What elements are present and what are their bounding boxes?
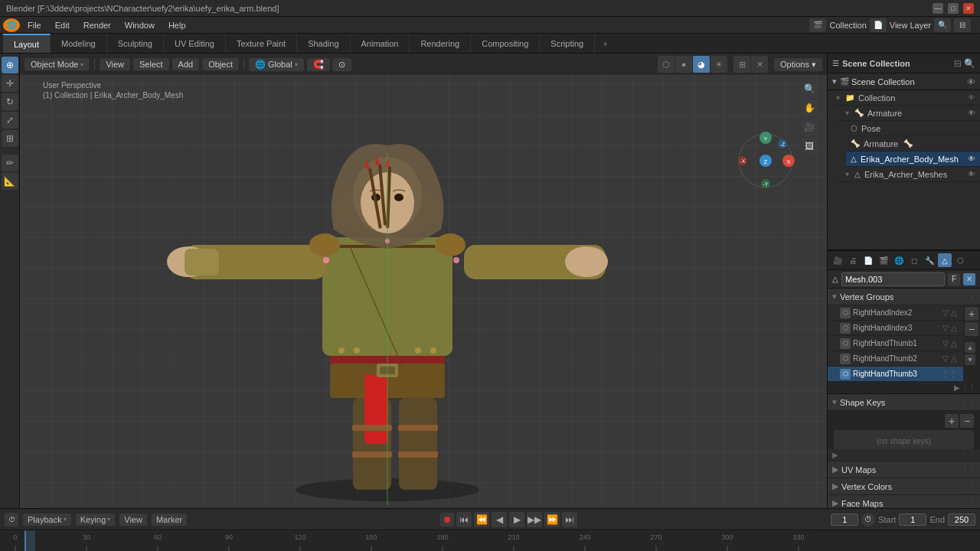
select-menu-btn[interactable]: Select [133, 58, 169, 70]
move-tool[interactable]: ✛ [2, 75, 18, 92]
object-menu-btn[interactable]: Object [202, 58, 239, 70]
options-btn[interactable]: Options ▾ [774, 58, 822, 71]
tab-scripting[interactable]: Scripting [540, 34, 595, 53]
vg-item-0[interactable]: ⬡ RightHandIndex2 ▽ △ [828, 305, 963, 321]
view-layer-props-icon[interactable]: 📄 [861, 253, 875, 267]
tab-sculpting[interactable]: Sculpting [107, 34, 164, 53]
outliner-item-armature2[interactable]: 🦴 Armature 🦴 [846, 136, 980, 152]
menu-render[interactable]: Render [77, 19, 117, 31]
scene-props-icon[interactable]: 🎬 [877, 253, 890, 267]
snap-button[interactable]: 🧲 [307, 58, 330, 71]
vg-item-2[interactable]: ⬡ RightHandThumb1 ▽ △ [828, 336, 963, 351]
vertex-colors-header[interactable]: ▶ Vertex Colors ⋮⋮ [828, 478, 980, 495]
menu-window[interactable]: Window [119, 19, 161, 31]
mesh-name-input[interactable] [841, 272, 945, 286]
next-keyframe-btn[interactable]: ⏩ [544, 512, 560, 527]
scene-collection-eye[interactable]: 👁 [967, 77, 975, 86]
play-btn[interactable]: ▶ [509, 512, 524, 527]
vg-move-up-btn[interactable]: ▲ [965, 342, 975, 353]
vg-item-4[interactable]: ⬡ RightHandThumb3 ⋮⋮ [828, 367, 963, 382]
rotate-tool[interactable]: ↻ [2, 93, 18, 110]
prev-frame-btn[interactable]: ◀ [492, 512, 507, 527]
image-icon[interactable]: 🖼 [801, 138, 818, 155]
eye-icon[interactable]: 👁 [968, 170, 975, 178]
eye-icon[interactable]: 👁 [968, 109, 975, 117]
scale-tool[interactable]: ⤢ [2, 112, 18, 129]
menu-edit[interactable]: Edit [49, 19, 76, 31]
navigation-gizmo[interactable]: Y X Z -Y -X -Z [735, 130, 796, 191]
frame-icon[interactable]: ⏱ [861, 513, 875, 527]
minimize-button[interactable]: — [933, 3, 943, 14]
annotate-tool[interactable]: ✏ [2, 155, 18, 171]
outliner-item-armature[interactable]: ▾ 🦴 Armature 👁 [837, 106, 980, 121]
face-maps-header[interactable]: ▶ Face Maps ⋮⋮ [828, 495, 980, 508]
vg-expand-left[interactable]: ▶ [954, 383, 960, 392]
search-icon[interactable]: 🔍 [934, 18, 951, 32]
cursor-tool[interactable]: ⊕ [2, 57, 18, 73]
blender-logo[interactable]: 🌐 [3, 18, 20, 32]
zoom-icon[interactable]: 🔍 [801, 80, 818, 97]
pan-icon[interactable]: ✋ [801, 99, 818, 116]
vertex-groups-header[interactable]: ▾ Vertex Groups ⋮⋮ [828, 289, 980, 305]
next-frame-btn[interactable]: ▶▶ [527, 512, 542, 527]
transform-orientation[interactable]: 🌐 Global ▾ [249, 58, 304, 71]
menu-file[interactable]: File [21, 19, 47, 31]
current-frame-input[interactable] [831, 514, 858, 526]
vg-remove-btn[interactable]: − [965, 322, 978, 336]
playback-menu[interactable]: Playback ▾ [23, 514, 71, 526]
outliner-item-body-mesh[interactable]: △ Erika_Archer_Body_Mesh 👁 [846, 152, 980, 167]
measure-tool[interactable]: 📐 [2, 173, 18, 190]
solid-btn[interactable]: ● [675, 56, 692, 73]
add-menu-btn[interactable]: Add [172, 58, 200, 70]
prev-keyframe-btn[interactable]: ⏪ [474, 512, 489, 527]
end-frame-input[interactable] [948, 514, 975, 526]
tab-layout[interactable]: Layout [3, 34, 51, 53]
xray-btn[interactable]: ✕ [751, 56, 768, 73]
transform-tool[interactable]: ⊞ [2, 130, 18, 147]
sk-expand-icon[interactable]: ▶ [832, 451, 838, 459]
tab-animation[interactable]: Animation [351, 34, 410, 53]
tab-texture-paint[interactable]: Texture Paint [226, 34, 297, 53]
outliner-item-pose[interactable]: ⬡ Pose [846, 121, 980, 136]
tab-uv-editing[interactable]: UV Editing [164, 34, 226, 53]
view-menu-btn[interactable]: View [100, 58, 130, 70]
world-props-icon[interactable]: 🌐 [892, 253, 906, 267]
menu-help[interactable]: Help [162, 19, 192, 31]
scene-icon[interactable]: 🎬 [809, 18, 826, 32]
uv-maps-header[interactable]: ▶ UV Maps ⋮⋮ [828, 461, 980, 478]
unlink-btn[interactable]: ✕ [963, 273, 975, 285]
camera-view-icon[interactable]: 🎥 [801, 119, 818, 135]
jump-end-btn[interactable]: ⏭ [562, 512, 577, 527]
fake-user-btn[interactable]: F [948, 273, 960, 285]
view-menu[interactable]: View [119, 514, 147, 526]
vg-move-down-btn[interactable]: ▼ [965, 354, 975, 365]
modifier-props-icon[interactable]: 🔧 [923, 253, 936, 267]
wireframe-btn[interactable]: ⬡ [658, 56, 675, 73]
mesh-props-icon[interactable]: △ [938, 253, 952, 267]
material-props-icon[interactable]: ⬡ [953, 253, 967, 267]
maximize-button[interactable]: □ [948, 3, 959, 14]
material-btn[interactable]: ◕ [693, 56, 710, 73]
timeline-icon[interactable]: ⏱ [5, 513, 18, 527]
outliner-filter-icon[interactable]: ⊟ [954, 58, 962, 69]
add-workspace-button[interactable]: + [595, 34, 615, 53]
rendered-btn[interactable]: ☀ [710, 56, 727, 73]
keying-menu[interactable]: Keying ▾ [76, 514, 116, 526]
timeline-ruler[interactable]: 0 30 60 90 120 150 180 [0, 530, 980, 551]
filter-icon[interactable]: ⊟ [954, 18, 971, 32]
viewport[interactable]: Object Mode ▾ View Select Add Object 🌐 G… [20, 54, 827, 508]
outliner-item-collection[interactable]: ▾ 📁 Collection 👁 [828, 90, 980, 106]
tab-rendering[interactable]: Rendering [410, 34, 471, 53]
outliner-search-icon[interactable]: 🔍 [964, 58, 975, 69]
sk-add-btn[interactable]: + [945, 414, 959, 428]
tab-shading[interactable]: Shading [297, 34, 350, 53]
tab-modeling[interactable]: Modeling [51, 34, 107, 53]
marker-menu[interactable]: Marker [152, 514, 187, 526]
tab-compositing[interactable]: Compositing [471, 34, 540, 53]
eye-icon[interactable]: 👁 [968, 93, 975, 102]
outliner-item-meshes[interactable]: ▾ △ Erika_Archer_Meshes 👁 [837, 167, 980, 182]
close-button[interactable]: ✕ [963, 3, 974, 14]
object-mode-dropdown[interactable]: Object Mode ▾ [24, 58, 90, 70]
vg-add-btn[interactable]: + [965, 307, 978, 321]
record-btn[interactable] [440, 513, 454, 527]
